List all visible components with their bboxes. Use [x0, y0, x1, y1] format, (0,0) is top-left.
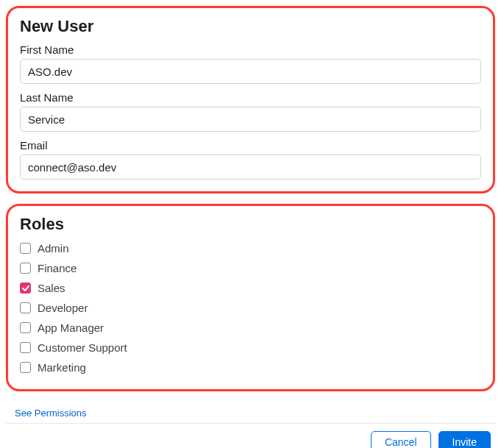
role-label: Marketing: [38, 361, 86, 374]
checkbox-icon[interactable]: [20, 322, 31, 333]
checkbox-checked-icon[interactable]: [20, 282, 31, 294]
checkbox-icon[interactable]: [20, 302, 31, 313]
see-permissions-link[interactable]: See Permissions: [15, 408, 87, 419]
role-label: Customer Support: [38, 341, 127, 354]
role-item[interactable]: App Manager: [20, 318, 481, 338]
role-item[interactable]: Sales: [20, 278, 481, 298]
last-name-input[interactable]: [20, 107, 481, 132]
first-name-label: First Name: [20, 43, 481, 56]
role-label: Admin: [38, 242, 69, 255]
new-user-title: New User: [20, 17, 481, 36]
first-name-input[interactable]: [20, 59, 481, 84]
invite-button[interactable]: Invite: [438, 431, 491, 448]
cancel-button[interactable]: Cancel: [371, 431, 431, 448]
role-item[interactable]: Admin: [20, 238, 481, 258]
checkbox-icon[interactable]: [20, 342, 31, 353]
role-label: App Manager: [38, 321, 104, 334]
checkbox-icon[interactable]: [20, 362, 31, 373]
checkbox-icon[interactable]: [20, 263, 31, 274]
role-item[interactable]: Developer: [20, 298, 481, 318]
footer: Cancel Invite: [6, 423, 495, 448]
new-user-panel: New User First Name Last Name Email: [6, 6, 495, 193]
email-label: Email: [20, 139, 481, 152]
email-input[interactable]: [20, 154, 481, 179]
role-label: Finance: [38, 262, 77, 274]
role-item[interactable]: Customer Support: [20, 338, 481, 358]
last-name-label: Last Name: [20, 91, 481, 104]
roles-title: Roles: [20, 215, 481, 234]
role-item[interactable]: Finance: [20, 258, 481, 278]
roles-list: AdminFinanceSalesDeveloperApp ManagerCus…: [20, 238, 481, 377]
roles-panel: Roles AdminFinanceSalesDeveloperApp Mana…: [6, 204, 495, 391]
role-label: Developer: [38, 302, 88, 314]
role-item[interactable]: Marketing: [20, 358, 481, 377]
checkbox-icon[interactable]: [20, 243, 31, 254]
role-label: Sales: [38, 282, 65, 294]
